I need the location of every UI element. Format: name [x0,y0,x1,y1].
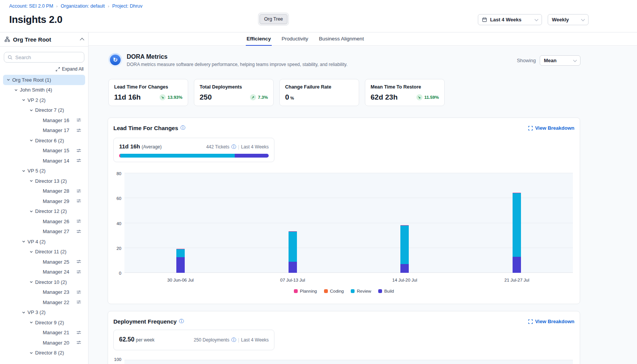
tree-item-manager-20[interactable]: Manager 20 [3,338,85,348]
granularity-select[interactable]: Weekly [548,14,589,25]
tab-business-alignment[interactable]: Business Alignment [318,32,365,46]
bar-segment-build[interactable] [176,257,185,273]
sliders-icon[interactable] [76,188,81,195]
showing-label: Showing [517,58,536,63]
bar-segment-review[interactable] [513,193,521,256]
sliders-icon[interactable] [76,269,81,275]
tickets-count: 442 Tickets [206,144,229,150]
bar-segment-review[interactable] [400,225,409,264]
sliders-icon[interactable] [76,219,81,225]
expand-all-button[interactable]: Expand All [5,66,84,72]
tree-item-org-tree-root-1[interactable]: Org Tree Root (1) [3,75,85,85]
tree-item-manager-16[interactable]: Manager 16 [3,115,85,126]
tree-item-manager-17[interactable]: Manager 17 [3,126,85,136]
bar-segment-build[interactable] [289,262,297,273]
info-icon[interactable]: ⓘ [231,337,236,343]
tab-efficiency[interactable]: Efficiency [246,32,272,46]
tree-item-manager-29[interactable]: Manager 29 [3,196,85,206]
legend-item-coding[interactable]: Coding [324,289,344,293]
chevron-down-icon[interactable] [28,250,34,254]
sliders-icon[interactable] [76,198,81,205]
sliders-icon[interactable] [76,128,81,134]
tree-item-director-7-2[interactable]: Director 7 (2) [3,105,85,116]
showing-select[interactable]: Mean [540,55,581,66]
legend-item-build[interactable]: Build [378,289,394,293]
tree-item-director-11-2[interactable]: Director 11 (2) [3,247,85,257]
chevron-down-icon[interactable] [28,209,34,213]
org-tree-button[interactable]: Org Tree [260,14,287,24]
sliders-icon[interactable] [76,300,81,306]
date-range-value: Last 4 Weeks [490,17,521,23]
chevron-down-icon[interactable] [21,240,27,243]
collapse-chevron-up-icon[interactable] [80,38,84,42]
tree-item-vp-4-2[interactable]: VP 4 (2) [3,237,85,247]
bar-group-07-jul-13-jul [289,173,297,273]
tree-item-director-12-2[interactable]: Director 12 (2) [3,206,85,217]
dora-section-title: DORA Metrics [127,53,168,60]
search-input[interactable] [15,55,82,60]
info-icon[interactable]: ⓘ [231,144,236,150]
chevron-down-icon[interactable] [21,169,27,173]
tree-item-manager-14[interactable]: Manager 14 [3,156,85,166]
tree-item-director-10-2[interactable]: Director 10 (2) [3,277,85,287]
tree-item-manager-22[interactable]: Manager 22 [3,297,85,308]
chevron-down-icon[interactable] [21,98,27,102]
breadcrumb-organization-link[interactable]: Organization: default [61,3,105,9]
tree-item-manager-23[interactable]: Manager 23 [3,287,85,298]
tree-item-john-smith-4[interactable]: John Smith (4) [3,85,85,95]
y-tick-label: 40 [111,221,121,226]
chevron-down-icon[interactable] [13,88,19,92]
bar-segment-build[interactable] [400,264,409,273]
metric-cards: Lead Time For Changes11d 16h↘13.93%Total… [108,79,445,106]
sliders-icon[interactable] [76,259,81,265]
sliders-icon[interactable] [76,148,81,154]
info-icon[interactable]: ⓘ [181,125,185,131]
tree-item-manager-27[interactable]: Manager 27 [3,227,85,237]
deployment-view-breakdown-link[interactable]: View Breakdown [528,319,574,324]
tree-item-manager-25[interactable]: Manager 25 [3,257,85,267]
tab-productivity[interactable]: Productivity [281,32,309,46]
bar-segment-review[interactable] [176,249,185,257]
sliders-icon[interactable] [76,118,81,124]
tree-item-manager-24[interactable]: Manager 24 [3,267,85,277]
chevron-down-icon[interactable] [28,179,34,183]
tree-item-director-6-2[interactable]: Director 6 (2) [3,135,85,146]
chevron-down-icon[interactable] [28,280,34,284]
bar-segment-build[interactable] [513,257,521,273]
chevron-down-icon[interactable] [21,311,27,314]
sliders-icon[interactable] [76,330,81,336]
tree-item-manager-15[interactable]: Manager 15 [3,146,85,156]
chevron-down-icon[interactable] [28,139,34,142]
legend-item-review[interactable]: Review [351,289,371,293]
sliders-icon[interactable] [76,340,81,346]
bar-segment-review[interactable] [289,232,297,261]
tree-item-director-9-2[interactable]: Director 9 (2) [3,317,85,328]
chevron-down-icon[interactable] [28,321,34,324]
tree-item-director-8-2[interactable]: Director 8 (2) [3,348,85,358]
breadcrumb-separator-icon: › [108,4,109,8]
sliders-icon[interactable] [76,290,81,296]
lead-time-view-breakdown-link[interactable]: View Breakdown [528,125,574,131]
date-range-select[interactable]: Last 4 Weeks [478,14,542,25]
tree-item-manager-28[interactable]: Manager 28 [3,186,85,196]
metric-title: Total Deployments [200,84,268,90]
chevron-down-icon[interactable] [28,108,34,112]
sliders-icon[interactable] [76,158,81,164]
tree-item-vp-3-2[interactable]: VP 3 (2) [3,308,85,318]
chevron-down-icon[interactable] [5,78,11,82]
tree-item-manager-21[interactable]: Manager 21 [3,328,85,338]
tree-item-vp-2-2[interactable]: VP 2 (2) [3,95,85,105]
lead-time-plot: 020406080 [124,173,573,273]
metric-value: 11d 16h [114,93,141,101]
tree-item-director-13-2[interactable]: Director 13 (2) [3,176,85,186]
sliders-icon[interactable] [76,229,81,235]
tree-item-manager-26[interactable]: Manager 26 [3,216,85,227]
info-icon[interactable]: ⓘ [179,318,184,325]
breadcrumb-account-link[interactable]: Account: SEI 2.0 PM [9,3,53,9]
tree-item-vp-5-2[interactable]: VP 5 (2) [3,166,85,176]
sidebar: Org Tree Root Expand All Org Tree Root (… [0,32,89,364]
deployments-count: 250 Deployments [194,337,229,343]
chevron-down-icon[interactable] [28,351,34,355]
breadcrumb-project-link[interactable]: Project: Dhruv [112,3,142,9]
legend-item-planning[interactable]: Planning [294,289,317,293]
